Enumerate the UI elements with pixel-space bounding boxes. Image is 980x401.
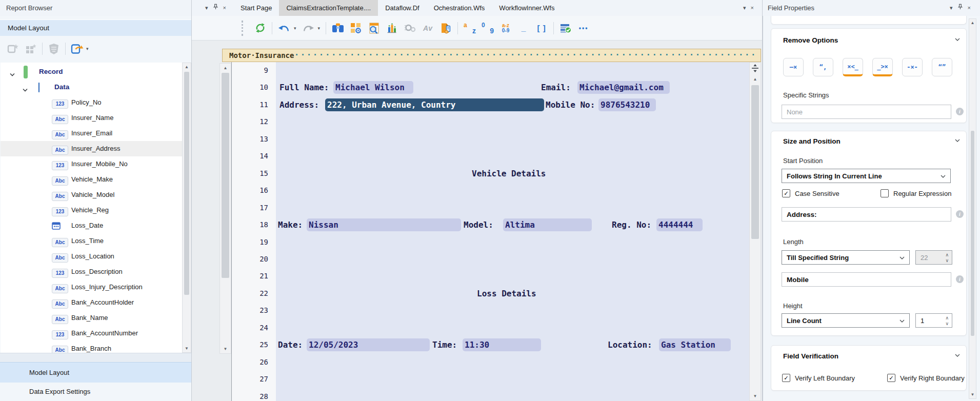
tree-item-loss-injury-description[interactable]: AbcLoss_Injury_Description (1, 279, 182, 295)
verify-left-boundary-checkbox[interactable]: ✓ (782, 374, 790, 382)
pin-icon[interactable] (213, 4, 218, 12)
height-mode-select[interactable]: Line Count (782, 313, 910, 328)
tree-item-policy-no[interactable]: 123Policy_No (1, 95, 182, 110)
start-string-input[interactable]: Address: (782, 207, 951, 222)
chevron-down-icon[interactable]: ▾ (86, 46, 89, 51)
length-mode-select[interactable]: Till Specified String (782, 250, 910, 265)
collapse-chevron-icon[interactable] (955, 354, 960, 357)
tree-item-bank-accountholder[interactable]: AbcBank_AccountHolder (1, 295, 182, 310)
expand-chevron-icon[interactable] (23, 85, 28, 94)
regular-expression-checkbox[interactable] (881, 189, 889, 197)
undo-icon[interactable] (278, 22, 290, 34)
stepper-up-icon[interactable]: ∧ (945, 252, 949, 257)
tree-item-vehicle-reg[interactable]: 123Vehicle_Reg (1, 203, 182, 218)
chevron-down-icon[interactable]: ▾ (205, 4, 208, 12)
tab-dataflow-df[interactable]: Dataflow.Df (378, 0, 426, 16)
scrollbar-thumb[interactable] (184, 72, 189, 295)
specific-strings-input[interactable]: None (782, 105, 951, 119)
pattern-ruler[interactable]: Motor·Insurance ························… (222, 49, 761, 62)
split-handle-icon[interactable] (751, 64, 759, 74)
scrollbar-thumb[interactable] (971, 131, 974, 336)
settings-gears-icon[interactable] (404, 22, 416, 34)
export-document-icon[interactable] (439, 22, 452, 34)
find-icon[interactable] (332, 22, 344, 34)
toolbar-grip[interactable] (242, 21, 245, 36)
sidebar-item-data-export-settings[interactable]: Data Export Settings (0, 383, 192, 401)
case-sensitive-checkbox[interactable]: ✓ (782, 189, 790, 197)
scroll-down-icon[interactable]: ▼ (750, 394, 761, 398)
tree-item-insurer-address[interactable]: AbcInsurer_Address (1, 141, 182, 156)
remove-option-button-6[interactable]: “” (932, 58, 952, 76)
length-count-stepper[interactable]: 22 ∧∨ (915, 250, 952, 265)
brackets-pattern-icon[interactable]: [ ] (535, 22, 548, 34)
length-string-input[interactable]: Mobile (782, 272, 951, 287)
remove-option-button-2[interactable]: “, (813, 58, 833, 76)
collapse-chevron-icon[interactable] (955, 139, 960, 142)
scrollbar-thumb[interactable] (222, 73, 229, 278)
scroll-down-icon[interactable]: ▼ (220, 347, 231, 351)
scroll-up-icon[interactable]: ▲ (750, 77, 761, 82)
redo-icon[interactable] (302, 22, 314, 34)
tree-scrollbar[interactable]: ▲ ▼ (182, 63, 191, 353)
verify-table-icon[interactable] (559, 22, 572, 34)
tree-item-insurer-email[interactable]: AbcInsurer_Email (1, 126, 182, 141)
tree-item-vahicle-model[interactable]: AbcVahicle_Model (1, 187, 182, 203)
panel-splitter[interactable] (762, 0, 763, 401)
tree-item-loss-time[interactable]: AbcLoss_Time (1, 233, 182, 249)
close-icon[interactable]: × (968, 4, 971, 12)
tree-item-insurer-name[interactable]: AbcInsurer_Name (1, 110, 182, 126)
tree-item-bank-name[interactable]: AbcBank_Name (1, 310, 182, 326)
tree-item-loss-date[interactable]: Loss_Date (1, 218, 182, 233)
sidebar-item-model-layout[interactable]: Model Layout (0, 362, 192, 384)
scroll-up-icon[interactable]: ▲ (183, 65, 191, 69)
tree-item-bank-branch[interactable]: AbcBank_Branch (1, 341, 182, 353)
stepper-down-icon[interactable]: ∨ (945, 258, 949, 263)
analyze-chart-icon[interactable] (386, 22, 398, 34)
tree-item-bank-accountnumber[interactable]: 123Bank_AccountNumber (1, 326, 182, 341)
height-count-stepper[interactable]: 1 ∧∨ (915, 313, 952, 328)
numeric-pattern-icon[interactable]: 0 9 (482, 22, 494, 34)
add-collection-icon[interactable] (24, 42, 37, 55)
tab-start-page[interactable]: Start Page (233, 0, 279, 16)
whitespace-pattern-icon[interactable]: _ (517, 22, 530, 34)
tree-item-loss-description[interactable]: 123Loss_Description (1, 264, 182, 279)
overflow-menu-icon[interactable]: ••• (577, 22, 590, 34)
remove-option-button-1[interactable]: —× (783, 58, 804, 76)
stepper-down-icon[interactable]: ∨ (945, 321, 949, 326)
chevron-down-icon[interactable]: ▾ (743, 4, 746, 12)
alpha-pattern-icon[interactable]: a z (464, 22, 476, 34)
scrollbar-thumb[interactable] (751, 85, 759, 239)
remove-option-button-5[interactable]: -×- (902, 58, 923, 76)
panel-splitter[interactable] (191, 0, 192, 401)
alphanumeric-pattern-icon[interactable]: a-z 0-9 (499, 22, 512, 34)
chevron-down-icon[interactable]: ▾ (318, 26, 321, 31)
scroll-up-icon[interactable]: ▲ (220, 66, 231, 70)
tab-workflowinner-wfs[interactable]: WorkflowInner.Wfs (492, 0, 562, 16)
tree-item-vehicle-make[interactable]: AbcVehicle_Make (1, 172, 182, 187)
tree-item-loss-location[interactable]: AbcLoss_Location (1, 249, 182, 264)
tab-ochestration-wfs[interactable]: Ochestration.Wfs (427, 0, 492, 16)
add-record-icon[interactable] (6, 42, 19, 55)
scroll-up-icon[interactable]: ▲ (969, 21, 976, 25)
tree-item-insurer-mobile-no[interactable]: 123Insurer_Mobile_No (1, 156, 182, 172)
export-icon[interactable] (70, 42, 84, 55)
start-position-select[interactable]: Follows String In Current Line (782, 169, 951, 183)
preview-data-icon[interactable] (368, 22, 380, 34)
tree-item-data[interactable]: Data (1, 79, 182, 95)
wizard-icon[interactable] (47, 42, 61, 55)
font-icon[interactable]: Av (422, 22, 434, 34)
close-icon[interactable]: × (223, 4, 226, 12)
pattern-options-icon[interactable] (350, 22, 362, 34)
tab-claimsextractiontemplate[interactable]: ClaimsExtractionTemplate.... (279, 0, 378, 16)
document-content-area[interactable] (276, 62, 749, 401)
close-icon[interactable]: × (751, 4, 754, 12)
scroll-down-icon[interactable]: ▼ (183, 346, 191, 351)
properties-scrollbar[interactable]: ▲ ▼ (969, 18, 976, 399)
scroll-down-icon[interactable]: ▼ (969, 392, 976, 397)
verify-right-boundary-checkbox[interactable]: ✓ (887, 374, 895, 382)
collapse-chevron-icon[interactable] (955, 38, 960, 41)
chevron-down-icon[interactable]: ▾ (294, 26, 296, 31)
remove-option-button-3[interactable]: ×<_ (843, 58, 863, 76)
expand-chevron-icon[interactable] (10, 69, 15, 78)
refresh-icon[interactable] (254, 22, 266, 34)
